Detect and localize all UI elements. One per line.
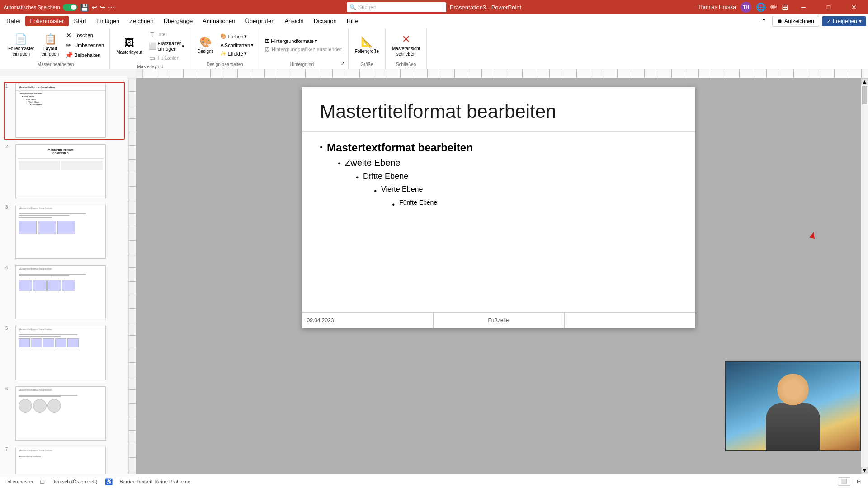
- menu-uebergaenge[interactable]: Übergänge: [159, 16, 197, 26]
- record-button[interactable]: ⏺ Aufzeichnen: [772, 16, 819, 27]
- masterlayout-button[interactable]: 🖼 Masterlayout: [113, 35, 145, 57]
- schriftarten-label: Schriftarten: [225, 42, 250, 48]
- record-icon: ⏺: [777, 18, 783, 24]
- slide-title-box[interactable]: Mastertitelformat bearbeiten: [302, 87, 695, 132]
- maximize-button[interactable]: □: [818, 0, 839, 14]
- hintergrundformate-label: Hintergrundformate: [271, 38, 314, 44]
- menu-start[interactable]: Start: [70, 16, 91, 26]
- ribbon-group-hintergrund: 🖼 Hintergrundformate ▾ 🖼 Hintergrundgraf…: [259, 28, 349, 69]
- masteransicht-schliessen-button[interactable]: ✕ Masteransichtschließen: [389, 32, 423, 59]
- menu-hilfe[interactable]: Hilfe: [342, 16, 363, 26]
- titlebar-center: 🔍 Suchen Präsentation3 - PowerPoint: [291, 2, 578, 12]
- hintergrund-expand-icon[interactable]: ↗: [341, 61, 344, 66]
- view-mode-label: Folienmaster: [5, 479, 33, 484]
- beibehalten-icon: 📌: [65, 52, 72, 59]
- masteransicht-schliessen-icon: ✕: [402, 33, 410, 45]
- titlebar-right: Thomas Hruska TH 🌐 ✏ ⊞ ─ □ ✕: [577, 0, 864, 14]
- bullet-dot-4: •: [374, 187, 377, 195]
- collapse-ribbon-icon[interactable]: ⌃: [759, 17, 769, 26]
- menu-right: ⌃ ⏺ Aufzeichnen ↗ Freigeben ▾: [759, 16, 866, 27]
- ribbon-group-masterlayout-row: 🖼 Masterlayout T Titel ⬜ Platzhaltereinf…: [113, 30, 186, 62]
- menu-zeichnen[interactable]: Zeichnen: [125, 16, 158, 26]
- autosave-toggle[interactable]: [63, 4, 77, 11]
- pen-icon[interactable]: ✏: [770, 2, 777, 12]
- ruler-content: [143, 69, 868, 78]
- layout-einfuegen-button[interactable]: 📋 Layouteinfügen: [39, 32, 61, 59]
- menu-ueberpruefen[interactable]: Überprüfen: [241, 16, 279, 26]
- normal-view-button[interactable]: ⬜: [838, 477, 850, 486]
- beibehalten-button[interactable]: 📌 Beibehalten: [63, 51, 106, 60]
- slide-content-box[interactable]: • Mastertextformat bearbeiten • Zweite E…: [302, 132, 695, 221]
- menu-ansicht[interactable]: Ansicht: [280, 16, 308, 26]
- ribbon-group-masterlayout: 🖼 Masterlayout T Titel ⬜ Platzhaltereinf…: [110, 28, 190, 69]
- user-avatar[interactable]: TH: [741, 2, 751, 13]
- hintergrundformate-dropdown[interactable]: 🖼 Hintergrundformate ▾: [263, 37, 344, 45]
- schriftarten-dropdown[interactable]: A Schriftarten ▾: [218, 41, 255, 49]
- scroll-up-button[interactable]: ▲: [861, 78, 868, 85]
- fusszeilen-icon: ▭: [149, 54, 156, 61]
- bullet-dot-1: •: [320, 143, 323, 151]
- save-icon[interactable]: 💾: [80, 3, 89, 12]
- undo-icon[interactable]: ↩: [92, 4, 97, 11]
- scroll-down-button[interactable]: ▼: [861, 467, 868, 474]
- titel-icon: T: [149, 31, 156, 38]
- menu-bar: Datei Folienmaster Start Einfügen Zeichn…: [0, 14, 868, 28]
- slide-preview-4: Mastertitelformat bearbeiten: [15, 265, 106, 319]
- platzhalter-einfuegen-button[interactable]: ⬜ Platzhaltereinfügen ▾: [147, 40, 187, 52]
- ribbon-group-hintergrund-label: Hintergrund: [263, 60, 341, 67]
- farben-dropdown[interactable]: 🎨 Farben ▾: [218, 33, 255, 40]
- minimize-button[interactable]: ─: [793, 0, 814, 14]
- ribbon-group-groesse-row: 📐 Foliengröße: [352, 30, 382, 60]
- slide-thumb-2[interactable]: 2 Mastertitelformatbearbeiten: [4, 142, 125, 200]
- menu-datei[interactable]: Datei: [2, 16, 24, 26]
- designs-button[interactable]: 🎨 Designs: [194, 34, 217, 56]
- accessibility-icon: ♿: [105, 478, 113, 485]
- slide-num-4: 4: [5, 265, 13, 270]
- mouse-cursor: [810, 232, 816, 238]
- redo-icon[interactable]: ↪: [100, 4, 105, 11]
- menu-dictation[interactable]: Dictation: [309, 16, 341, 26]
- share-button[interactable]: ↗ Freigeben ▾: [822, 16, 866, 26]
- folienmaster-einfuegen-icon: 📄: [15, 33, 27, 45]
- slide-preview-6: Mastertitelformat bearbeiten: [15, 386, 106, 441]
- slide-thumb-7[interactable]: 7 Mastertitelformat bearbeiten Mastertex…: [4, 445, 125, 474]
- titel-label: Titel: [158, 32, 167, 37]
- loeschen-button[interactable]: ✕ Löschen: [63, 31, 106, 40]
- app-title: Präsentation3 - PowerPoint: [450, 4, 521, 11]
- menu-animationen[interactable]: Animationen: [198, 16, 240, 26]
- slide-panel: 1 Mastertitelformat bearbeiten • Mastert…: [0, 78, 129, 474]
- platzhalter-dropdown[interactable]: Platzhaltereinfügen ▾: [158, 41, 185, 52]
- scroll-track[interactable]: [861, 85, 868, 467]
- more-tools-icon[interactable]: ⋯: [108, 4, 114, 11]
- grid-view-button[interactable]: ⊞: [854, 478, 863, 485]
- slide-num-7: 7: [5, 447, 13, 452]
- menu-folienmaster[interactable]: Folienmaster: [25, 16, 68, 26]
- ribbon-group-design-row: 🎨 Designs 🎨 Farben ▾ A Schriftarten ▾: [194, 30, 255, 60]
- close-button[interactable]: ✕: [844, 0, 864, 14]
- search-box[interactable]: 🔍 Suchen: [347, 2, 446, 12]
- effekte-dropdown[interactable]: ✨ Effekte ▾: [218, 50, 255, 57]
- slide-thumb-4[interactable]: 4 Mastertitelformat bearbeiten: [4, 263, 125, 321]
- beibehalten-label: Beibehalten: [74, 52, 100, 58]
- slide-title-text: Mastertitelformat bearbeiten: [320, 101, 677, 122]
- edge-icon[interactable]: 🌐: [756, 2, 766, 12]
- folienmaster-einfuegen-button[interactable]: 📄 Folienmastereinfügen: [5, 32, 37, 59]
- slide-thumb-6[interactable]: 6 Mastertitelformat bearbeiten: [4, 385, 125, 442]
- slide-thumb-3[interactable]: 3 Mastertitelformat bearbeiten: [4, 203, 125, 261]
- ruler: [0, 69, 868, 78]
- ribbon-tabs: 📄 Folienmastereinfügen 📋 Layouteinfügen …: [0, 28, 868, 69]
- scroll-thumb[interactable]: [862, 86, 867, 104]
- ribbon-group-masterlayout-small: T Titel ⬜ Platzhaltereinfügen ▾ ▭ Fußzei…: [147, 30, 187, 62]
- layout-einfuegen-label: Layouteinfügen: [42, 46, 59, 57]
- fusszeilen-label: Fußzeilen: [158, 55, 179, 61]
- right-scrollbar[interactable]: ▲ ▼: [861, 78, 868, 474]
- slide-thumb-1[interactable]: 1 Mastertitelformat bearbeiten • Mastert…: [4, 82, 125, 140]
- bullet-4: • Vierte Ebene: [374, 185, 677, 195]
- slide-preview-2: Mastertitelformatbearbeiten: [15, 144, 106, 198]
- umbenennen-button[interactable]: ✏ Umbenennen: [63, 41, 106, 50]
- layout-einfuegen-icon: 📋: [44, 33, 57, 45]
- slide-thumb-5[interactable]: 5 Mastertitelformat bearbeiten: [4, 324, 125, 382]
- foliengroesse-button[interactable]: 📐 Foliengröße: [352, 34, 382, 56]
- grid-icon[interactable]: ⊞: [782, 2, 788, 12]
- menu-einfuegen[interactable]: Einfügen: [92, 16, 124, 26]
